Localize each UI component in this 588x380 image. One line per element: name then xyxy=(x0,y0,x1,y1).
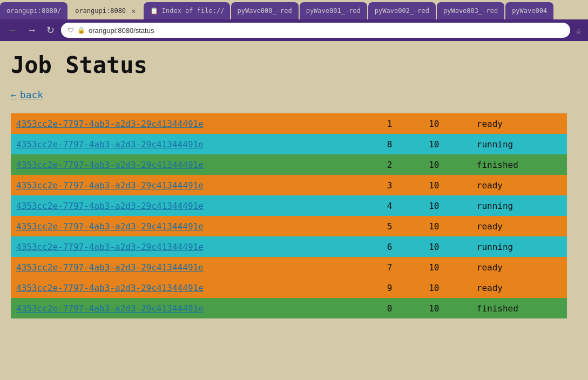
job-id-cell[interactable]: 4353cc2e-7797-4ab3-a2d3-29c41344491e xyxy=(11,175,382,195)
tab-close-icon[interactable]: ✕ xyxy=(131,6,136,15)
table-row: 4353cc2e-7797-4ab3-a2d3-29c41344491e010f… xyxy=(11,298,567,318)
table-row: 4353cc2e-7797-4ab3-a2d3-29c41344491e810r… xyxy=(11,134,567,154)
job-status-cell: running xyxy=(471,236,567,257)
job-status-cell: running xyxy=(471,134,567,154)
tab-pywave002[interactable]: pyWave002_-red xyxy=(368,2,436,19)
job-status-cell: ready xyxy=(471,113,567,134)
job-index-cell: 6 xyxy=(382,236,424,257)
page-content: Job Status ← back 4353cc2e-7797-4ab3-a2d… xyxy=(0,41,588,380)
tab-pywave003[interactable]: pyWave003_-red xyxy=(437,2,504,19)
table-row: 4353cc2e-7797-4ab3-a2d3-29c41344491e910r… xyxy=(11,277,567,298)
job-id-cell[interactable]: 4353cc2e-7797-4ab3-a2d3-29c41344491e xyxy=(11,154,382,175)
back-link-label: back xyxy=(20,89,43,100)
back-link[interactable]: ← back xyxy=(11,89,43,100)
tab-bar: orangupi:8080/ orangupi:8080 ✕ 📋 Index o… xyxy=(0,0,588,19)
table-row: 4353cc2e-7797-4ab3-a2d3-29c41344491e310r… xyxy=(11,175,567,195)
job-total-cell: 10 xyxy=(423,257,471,277)
job-index-cell: 0 xyxy=(382,298,424,318)
job-id-cell[interactable]: 4353cc2e-7797-4ab3-a2d3-29c41344491e xyxy=(11,195,382,216)
job-id-cell[interactable]: 4353cc2e-7797-4ab3-a2d3-29c41344491e xyxy=(11,277,382,298)
browser-chrome: orangupi:8080/ orangupi:8080 ✕ 📋 Index o… xyxy=(0,0,588,41)
tab-pywave004[interactable]: pyWave004 xyxy=(505,2,553,19)
table-row: 4353cc2e-7797-4ab3-a2d3-29c41344491e510r… xyxy=(11,216,567,236)
tab-orangupi-1[interactable]: orangupi:8080/ xyxy=(0,2,67,19)
job-index-cell: 7 xyxy=(382,257,424,277)
table-row: 4353cc2e-7797-4ab3-a2d3-29c41344491e410r… xyxy=(11,195,567,216)
job-total-cell: 10 xyxy=(423,175,471,195)
job-id-cell[interactable]: 4353cc2e-7797-4ab3-a2d3-29c41344491e xyxy=(11,113,382,134)
tab-label: pyWave001_-red xyxy=(306,7,361,15)
job-status-cell: finished xyxy=(471,298,567,318)
job-index-cell: 9 xyxy=(382,277,424,298)
job-status-cell: finished xyxy=(471,154,567,175)
tab-label: orangupi:8080 xyxy=(75,7,126,15)
tab-label: pyWave002_-red xyxy=(375,7,429,15)
bookmark-star-icon[interactable]: ☆ xyxy=(573,23,584,38)
job-total-cell: 10 xyxy=(423,113,471,134)
job-total-cell: 10 xyxy=(423,134,471,154)
job-index-cell: 5 xyxy=(382,216,424,236)
job-id-cell[interactable]: 4353cc2e-7797-4ab3-a2d3-29c41344491e xyxy=(11,236,382,257)
job-id-cell[interactable]: 4353cc2e-7797-4ab3-a2d3-29c41344491e xyxy=(11,134,382,154)
back-button[interactable]: ← xyxy=(4,23,21,38)
table-row: 4353cc2e-7797-4ab3-a2d3-29c41344491e710r… xyxy=(11,257,567,277)
job-status-cell: running xyxy=(471,195,567,216)
job-total-cell: 10 xyxy=(423,236,471,257)
job-id-cell[interactable]: 4353cc2e-7797-4ab3-a2d3-29c41344491e xyxy=(11,216,382,236)
address-text: orangupi:8080/status xyxy=(89,26,154,35)
job-total-cell: 10 xyxy=(423,277,471,298)
job-id-cell[interactable]: 4353cc2e-7797-4ab3-a2d3-29c41344491e xyxy=(11,298,382,318)
job-status-cell: ready xyxy=(471,216,567,236)
job-total-cell: 10 xyxy=(423,154,471,175)
tab-label: pyWave004 xyxy=(512,7,547,15)
nav-bar: ← → ↻ 🛡 🔒 orangupi:8080/status ☆ xyxy=(0,19,588,41)
job-table: 4353cc2e-7797-4ab3-a2d3-29c41344491e110r… xyxy=(11,113,567,318)
page-title: Job Status xyxy=(11,52,577,78)
job-total-cell: 10 xyxy=(423,298,471,318)
tab-pywave000[interactable]: pyWave000_-red xyxy=(231,2,299,19)
table-row: 4353cc2e-7797-4ab3-a2d3-29c41344491e110r… xyxy=(11,113,567,134)
forward-button[interactable]: → xyxy=(24,23,40,38)
tab-label: orangupi:8080/ xyxy=(6,7,61,15)
refresh-button[interactable]: ↻ xyxy=(43,22,58,38)
table-row: 4353cc2e-7797-4ab3-a2d3-29c41344491e610r… xyxy=(11,236,567,257)
job-total-cell: 10 xyxy=(423,195,471,216)
tab-label: 📋 Index of file:// xyxy=(150,7,225,15)
table-row: 4353cc2e-7797-4ab3-a2d3-29c41344491e210f… xyxy=(11,154,567,175)
job-index-cell: 4 xyxy=(382,195,424,216)
tab-orangupi-2[interactable]: orangupi:8080 ✕ xyxy=(69,2,142,19)
job-index-cell: 8 xyxy=(382,134,424,154)
job-index-cell: 1 xyxy=(382,113,424,134)
tab-label: pyWave000_-red xyxy=(238,7,292,15)
job-id-cell[interactable]: 4353cc2e-7797-4ab3-a2d3-29c41344491e xyxy=(11,257,382,277)
job-total-cell: 10 xyxy=(423,216,471,236)
tab-pywave001[interactable]: pyWave001_-red xyxy=(300,2,367,19)
address-bar[interactable]: 🛡 🔒 orangupi:8080/status xyxy=(61,23,570,38)
job-status-cell: ready xyxy=(471,277,567,298)
job-index-cell: 2 xyxy=(382,154,424,175)
tab-index-file[interactable]: 📋 Index of file:// xyxy=(144,2,230,19)
back-arrow-icon: ← xyxy=(11,89,17,100)
job-status-cell: ready xyxy=(471,175,567,195)
tab-label: pyWave003_-red xyxy=(443,7,498,15)
lock-icon: 🔒 xyxy=(77,26,85,34)
shield-icon: 🛡 xyxy=(67,26,74,34)
job-index-cell: 3 xyxy=(382,175,424,195)
job-status-cell: ready xyxy=(471,257,567,277)
